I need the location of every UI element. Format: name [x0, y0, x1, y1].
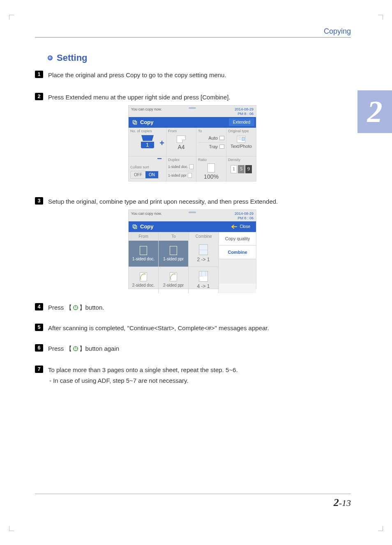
step-number: 7: [35, 366, 43, 373]
from-cell[interactable]: From A4: [166, 128, 196, 156]
step-number: 2: [35, 93, 43, 100]
footer-chapter: 2: [334, 497, 339, 508]
tray-icon: [141, 134, 154, 142]
copy-icon: [132, 120, 138, 125]
footer-rule: [35, 494, 351, 494]
extended-button[interactable]: Extended: [229, 118, 254, 126]
ss-time: PM 8 : 06: [235, 112, 254, 116]
duplex-cell[interactable]: Duplex 1-sided doc. 1-sided ppr: [166, 156, 196, 182]
copy-screen-1: You can copy now. 2014-08-29 PM 8 : 06 C…: [128, 105, 256, 182]
step-text: After scanning is completed, "Continue<S…: [48, 324, 351, 332]
opt-2sided-doc[interactable]: 2-sided doc.: [129, 267, 159, 293]
drag-handle-icon: [189, 107, 196, 109]
minus-icon[interactable]: −: [157, 154, 162, 183]
combine-2-icon: [199, 244, 208, 255]
paper-icon: [177, 136, 186, 143]
page-number: 2-13: [334, 497, 351, 509]
back-arrow-icon: [231, 225, 237, 229]
step-number: 6: [35, 344, 43, 352]
doc-2-icon: [140, 272, 147, 281]
tab-combine[interactable]: Combine: [189, 232, 219, 241]
step-text: Press 【】button again: [48, 344, 351, 353]
text-prefix: Press 【: [48, 345, 72, 352]
collate-cell[interactable]: − Collate sort OFF ON: [129, 156, 166, 182]
auto-icon: [219, 136, 224, 140]
opt-label: 2-sided ppr: [163, 283, 184, 287]
ss-titlebar: Copy Close: [129, 221, 256, 232]
copies-cell[interactable]: No. of copies + 1: [129, 128, 166, 156]
ratio-cell[interactable]: Ratio 100%: [196, 156, 226, 182]
ss-datetime: 2014-08-29 PM 8 : 06: [235, 107, 254, 116]
close-button[interactable]: Close: [227, 223, 254, 230]
menu-combine[interactable]: Combine: [219, 246, 256, 259]
svg-rect-5: [133, 225, 136, 228]
footer-page: 13: [342, 498, 351, 508]
opt-1sided-ppr[interactable]: 1-sided ppr: [159, 241, 189, 267]
cell-label: Density: [228, 158, 254, 162]
step-4: 4 Press 【】button.: [35, 303, 351, 312]
svg-rect-4: [134, 225, 137, 228]
step-number: 4: [35, 303, 43, 310]
step-5: 5 After scanning is completed, "Continue…: [35, 324, 351, 332]
page-header: Copying: [324, 27, 351, 36]
plus-icon[interactable]: +: [159, 138, 164, 148]
step-text: Place the original and press Copy to go …: [48, 71, 351, 79]
original-type-value: Text/Photo: [228, 144, 254, 149]
chapter-tab-number: 2: [367, 94, 383, 129]
step-text: Setup the original, combine type and pri…: [48, 197, 351, 206]
to-tray: Tray: [209, 144, 218, 149]
ss-titlebar: Copy Extended: [129, 117, 256, 128]
step-6: 6 Press 【】button again: [35, 344, 351, 353]
density-5: 5: [238, 165, 244, 173]
step-7: 7 To place more than 3 pages onto a sing…: [35, 366, 351, 374]
opt-label: 2 -> 1: [197, 257, 210, 262]
ss-time: PM 8 : 06: [235, 216, 254, 221]
opt-label: 1-sided ppr: [163, 257, 184, 261]
page-icon: [189, 164, 194, 169]
off-label: OFF: [131, 171, 145, 178]
to-cell[interactable]: To Auto Tray: [196, 128, 226, 156]
opt-1sided-doc[interactable]: 1-sided doc.: [129, 241, 159, 267]
ss-status-text: You can copy now.: [131, 212, 162, 216]
from-value: A4: [168, 144, 194, 150]
density-1: 1: [231, 165, 237, 173]
opt-4to1[interactable]: 4 -> 1: [189, 267, 219, 293]
collate-toggle[interactable]: OFF ON: [130, 171, 159, 179]
ss-status-bar: You can copy now. 2014-08-29 PM 8 : 06: [129, 106, 256, 117]
text-suffix: 】button again: [79, 345, 120, 352]
step-2: 2 Press Extended menu at the upper right…: [35, 93, 351, 101]
cell-label: From: [168, 129, 194, 133]
page-icon: [188, 173, 192, 178]
cell-label: No. of copies: [130, 129, 164, 133]
original-type-cell[interactable]: Original type Text/Photo: [226, 128, 256, 156]
opt-2to1[interactable]: 2 -> 1: [189, 241, 219, 267]
chapter-tab: 2: [357, 90, 392, 133]
text-prefix: Press 【: [48, 304, 72, 311]
step-number: 1: [35, 71, 43, 78]
text-photo-icon: [237, 136, 246, 143]
tab-from[interactable]: From: [129, 232, 159, 241]
ss-title: Copy: [140, 119, 154, 125]
menu-copy-quality[interactable]: Copy quality: [219, 232, 256, 246]
ss-title: Copy: [140, 223, 154, 230]
step-number: 5: [35, 324, 43, 331]
crop-mark: [378, 526, 383, 531]
doc-icon: [140, 246, 147, 255]
density-selector[interactable]: 1 5 9: [228, 165, 254, 173]
opt-2sided-ppr[interactable]: 2-sided ppr: [159, 267, 189, 293]
step-text: To place more than 3 pages onto a single…: [48, 366, 351, 374]
start-icon: [72, 304, 79, 311]
duplex-ppr: 1-sided ppr: [168, 173, 187, 177]
start-icon: [72, 345, 79, 352]
text-suffix: 】button.: [79, 304, 104, 311]
step-1: 1 Place the original and press Copy to g…: [35, 71, 351, 79]
side-menu: Copy quality Combine: [219, 232, 256, 293]
tab-to[interactable]: To: [159, 232, 189, 241]
header-rule: [35, 37, 351, 38]
step-text: Press 【】button.: [48, 303, 351, 312]
to-auto: Auto: [208, 136, 218, 140]
svg-rect-0: [134, 121, 137, 124]
footer-sep: -: [339, 498, 342, 508]
menu-spacer: [219, 259, 256, 284]
density-cell[interactable]: Density 1 5 9: [226, 156, 256, 182]
